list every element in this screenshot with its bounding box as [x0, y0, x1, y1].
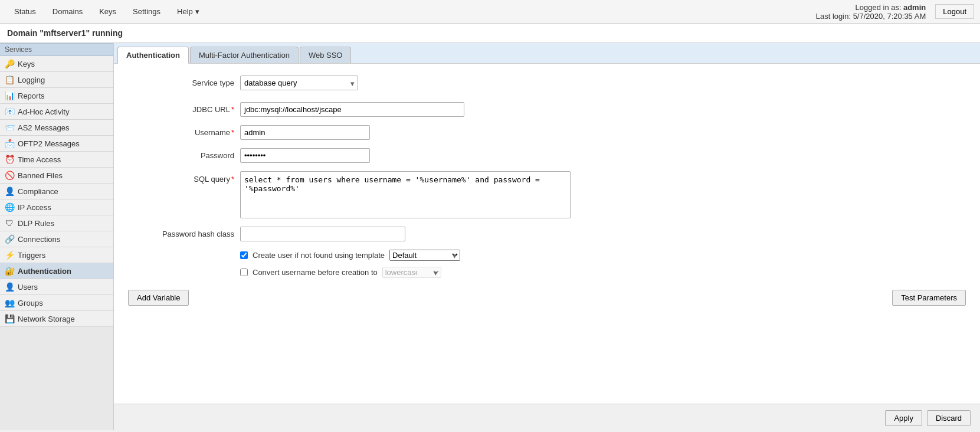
create-user-template-select[interactable]: Default — [389, 250, 460, 261]
tabs-bar: Authentication Multi-Factor Authenticati… — [114, 43, 980, 64]
username-row: Username* — [128, 125, 966, 140]
sidebar-item-connections[interactable]: 🔗 Connections — [0, 231, 113, 247]
domain-header: Domain "mftserver1" running — [0, 24, 980, 43]
ipaccess-icon: 🌐 — [5, 202, 14, 212]
sidebar-label-users: Users — [18, 283, 38, 292]
sidebar-item-as2[interactable]: 📨 AS2 Messages — [0, 120, 113, 136]
sidebar-item-keys[interactable]: 🔑 Keys — [0, 56, 113, 72]
sidebar: Services 🔑 Keys 📋 Logging 📊 Reports 📧 Ad… — [0, 43, 114, 430]
nav-status[interactable]: Status — [6, 2, 44, 21]
password-label: Password — [128, 151, 234, 160]
create-user-row: Create user if not found using template … — [240, 250, 966, 261]
top-nav-bar: Status Domains Keys Settings Help ▾ Logg… — [0, 0, 980, 24]
create-user-label: Create user if not found using template — [253, 251, 385, 260]
top-nav-right: Logged in as: admin Last login: 5/7/2020… — [816, 3, 974, 21]
sidebar-label-reports: Reports — [18, 91, 45, 100]
as2-icon: 📨 — [5, 123, 14, 132]
sql-query-textarea[interactable]: select * from users where username = '%u… — [240, 171, 571, 218]
service-type-select-wrapper: database query — [240, 76, 358, 90]
sidebar-label-timeaccess: Time Access — [18, 155, 61, 164]
create-user-checkbox[interactable] — [240, 251, 248, 259]
password-row: Password — [128, 148, 966, 163]
key-icon: 🔑 — [5, 59, 14, 68]
password-input[interactable] — [240, 148, 370, 163]
nav-items: Status Domains Keys Settings Help ▾ — [6, 2, 208, 21]
service-type-row: Service type database query — [128, 76, 966, 90]
convert-username-checkbox[interactable] — [240, 269, 248, 276]
nav-keys[interactable]: Keys — [91, 2, 124, 21]
sidebar-label-connections: Connections — [18, 235, 60, 244]
form-area: Service type database query JDBC URL* Us… — [114, 64, 980, 318]
convert-username-row: Convert username before creation to lowe… — [240, 267, 966, 278]
sidebar-label-dlprules: DLP Rules — [18, 219, 54, 228]
sidebar-label-logging: Logging — [18, 76, 45, 84]
oftp2-icon: 📩 — [5, 139, 14, 148]
sidebar-item-timeaccess[interactable]: ⏰ Time Access — [0, 152, 113, 168]
jdbc-url-label: JDBC URL* — [128, 105, 234, 114]
sidebar-label-ipaccess: IP Access — [18, 203, 51, 212]
nav-help[interactable]: Help ▾ — [169, 2, 208, 21]
sidebar-section-services: Services — [0, 43, 113, 56]
sidebar-label-keys: Keys — [18, 60, 35, 68]
bottom-actions: Apply Discard — [114, 404, 980, 430]
sidebar-item-compliance[interactable]: 👤 Compliance — [0, 184, 113, 199]
sidebar-item-networkstorage[interactable]: 💾 Network Storage — [0, 311, 113, 327]
password-hash-input[interactable] — [240, 227, 405, 241]
networkstorage-icon: 💾 — [5, 314, 14, 323]
bannedfiles-icon: 🚫 — [5, 171, 14, 180]
sidebar-item-ipaccess[interactable]: 🌐 IP Access — [0, 199, 113, 215]
add-variable-button[interactable]: Add Variable — [128, 290, 189, 306]
sidebar-item-users[interactable]: 👤 Users — [0, 279, 113, 295]
logout-button[interactable]: Logout — [935, 4, 974, 19]
sidebar-item-oftp2[interactable]: 📩 OFTP2 Messages — [0, 136, 113, 152]
connections-icon: 🔗 — [5, 234, 14, 244]
tab-websso[interactable]: Web SSO — [300, 47, 352, 63]
convert-username-label: Convert username before creation to — [253, 268, 378, 277]
sidebar-item-adhoc[interactable]: 📧 Ad-Hoc Activity — [0, 104, 113, 120]
sidebar-label-networkstorage: Network Storage — [18, 315, 75, 323]
apply-button[interactable]: Apply — [885, 410, 922, 426]
sidebar-label-oftp2: OFTP2 Messages — [18, 139, 80, 148]
create-user-template-wrapper: Default — [389, 250, 460, 261]
sidebar-item-reports[interactable]: 📊 Reports — [0, 88, 113, 104]
timeaccess-icon: ⏰ — [5, 155, 14, 164]
test-parameters-button[interactable]: Test Parameters — [892, 290, 966, 306]
sidebar-item-triggers[interactable]: ⚡ Triggers — [0, 247, 113, 263]
nav-domains[interactable]: Domains — [44, 2, 91, 21]
nav-settings[interactable]: Settings — [124, 2, 169, 21]
convert-username-select[interactable]: lowercase uppercase — [382, 267, 441, 278]
jdbc-url-input[interactable] — [240, 102, 464, 117]
last-login: Last login: 5/7/2020, 7:20:35 AM — [816, 12, 926, 21]
username-input[interactable] — [240, 125, 370, 140]
compliance-icon: 👤 — [5, 186, 14, 196]
sidebar-label-bannedfiles: Banned Files — [18, 171, 63, 180]
sidebar-label-adhoc: Ad-Hoc Activity — [18, 107, 69, 116]
convert-username-select-wrapper: lowercase uppercase — [382, 267, 441, 278]
username-label: Username* — [128, 128, 234, 137]
form-actions-row: Add Variable Test Parameters — [128, 290, 966, 306]
groups-icon: 👥 — [5, 298, 14, 307]
adhoc-icon: 📧 — [5, 107, 14, 116]
tab-authentication[interactable]: Authentication — [117, 47, 189, 64]
sidebar-label-triggers: Triggers — [18, 251, 45, 260]
main-layout: Services 🔑 Keys 📋 Logging 📊 Reports 📧 Ad… — [0, 43, 980, 430]
chevron-down-icon: ▾ — [195, 7, 199, 16]
sidebar-item-logging[interactable]: 📋 Logging — [0, 72, 113, 88]
service-type-label: Service type — [128, 78, 234, 87]
sidebar-item-bannedfiles[interactable]: 🚫 Banned Files — [0, 168, 113, 184]
password-hash-label: Password hash class — [128, 230, 234, 238]
auth-icon: 🔐 — [5, 266, 14, 276]
admin-name: admin — [903, 3, 926, 12]
sidebar-item-dlprules[interactable]: 🛡 DLP Rules — [0, 215, 113, 231]
users-icon: 👤 — [5, 282, 14, 292]
sidebar-item-authentication[interactable]: 🔐 Authentication — [0, 263, 113, 279]
sql-query-label: SQL query* — [128, 171, 234, 184]
content-area: Authentication Multi-Factor Authenticati… — [114, 43, 980, 430]
jdbc-url-row: JDBC URL* — [128, 102, 966, 117]
discard-button[interactable]: Discard — [927, 410, 971, 426]
sidebar-label-as2: AS2 Messages — [18, 123, 69, 132]
service-type-select[interactable]: database query — [240, 76, 358, 90]
reports-icon: 📊 — [5, 91, 14, 100]
tab-mfa[interactable]: Multi-Factor Authentication — [190, 47, 299, 63]
sidebar-item-groups[interactable]: 👥 Groups — [0, 295, 113, 311]
